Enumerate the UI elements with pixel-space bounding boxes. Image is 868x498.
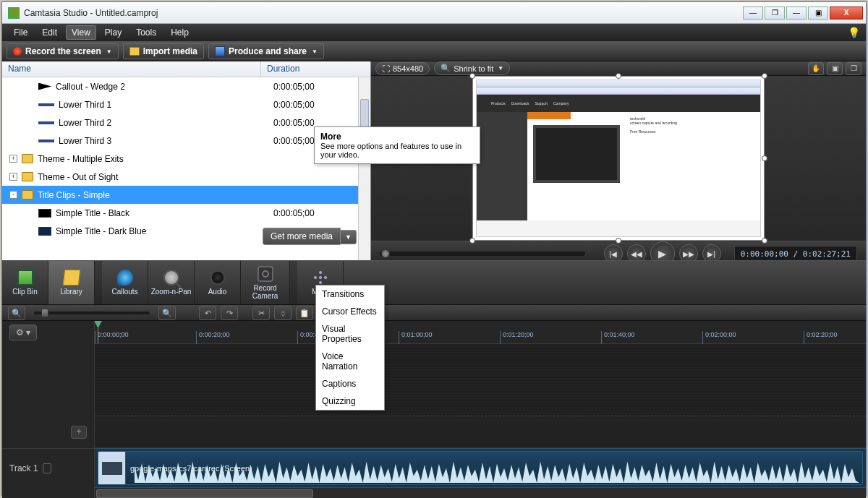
resize-handle[interactable] bbox=[469, 73, 475, 79]
split-button[interactable]: ⎀ bbox=[274, 306, 292, 320]
folder-icon bbox=[22, 172, 33, 181]
menu-help[interactable]: Help bbox=[165, 25, 195, 40]
minimize2-button[interactable]: — bbox=[786, 7, 807, 20]
ruler-mark: 0:01:20;00 bbox=[500, 331, 534, 344]
undo-button[interactable]: ↶ bbox=[199, 306, 216, 320]
cut-button[interactable]: ✂ bbox=[252, 306, 270, 320]
detach-button[interactable]: ❐ bbox=[846, 62, 861, 75]
tab-library[interactable]: Library bbox=[48, 261, 95, 304]
more-dropdown-menu: Transitions Cursor Effects Visual Proper… bbox=[315, 285, 385, 411]
record-screen-button[interactable]: Record the screen ▼ bbox=[7, 43, 119, 59]
menu-item-quizzing[interactable]: Quizzing bbox=[316, 392, 384, 410]
tab-callouts[interactable]: Callouts bbox=[102, 261, 148, 304]
minimize-button[interactable]: — bbox=[743, 7, 763, 20]
chevron-down-icon: ▼ bbox=[312, 48, 318, 55]
resize-handle[interactable] bbox=[616, 238, 621, 244]
timeline-settings-button[interactable]: ⚙ ▾ bbox=[9, 325, 37, 340]
timeline-empty-area[interactable] bbox=[95, 344, 866, 416]
resize-handle[interactable] bbox=[762, 73, 767, 79]
preview-canvas[interactable]: ProductsDownloadsSupportCompany techsmit… bbox=[472, 76, 765, 241]
folder-icon bbox=[22, 154, 33, 163]
app-icon bbox=[8, 7, 20, 19]
menu-play[interactable]: Play bbox=[99, 25, 127, 40]
list-item[interactable]: Callout - Wedge 20:00:05;00 bbox=[2, 77, 370, 95]
tab-audio[interactable]: Audio bbox=[195, 261, 241, 304]
zoom-out-button[interactable]: 🔍 bbox=[8, 306, 25, 320]
scrubber[interactable] bbox=[380, 252, 585, 256]
timeline-toolbar: 🔍 🔍 ↶ ↷ ✂ ⎀ 📋 📄 bbox=[2, 306, 866, 321]
lower-third-icon bbox=[38, 103, 54, 106]
clip-thumbnail bbox=[98, 452, 126, 484]
maximize-button[interactable]: ❐ bbox=[765, 7, 785, 20]
title-icon bbox=[38, 227, 51, 236]
resize-handle[interactable] bbox=[762, 155, 767, 161]
list-item[interactable]: +Theme - Out of Sight bbox=[2, 168, 370, 186]
menu-tools[interactable]: Tools bbox=[130, 25, 162, 40]
list-item[interactable]: Simple Title - Black0:00:05;00 bbox=[2, 204, 370, 222]
fullscreen-button[interactable]: ▣ bbox=[827, 62, 843, 75]
scrollbar-horizontal[interactable] bbox=[95, 487, 866, 498]
record-icon bbox=[13, 47, 22, 56]
timeline-clip[interactable]: google-maps-cs7.camrec (Screen) bbox=[98, 451, 863, 485]
redo-button[interactable]: ↷ bbox=[221, 306, 238, 320]
zoom-slider[interactable] bbox=[34, 312, 150, 314]
ruler-mark: 0:00:00;00 bbox=[95, 331, 129, 344]
restore-button[interactable]: ▣ bbox=[808, 7, 828, 20]
menu-item-cursor-effects[interactable]: Cursor Effects bbox=[316, 303, 384, 320]
column-duration[interactable]: Duration bbox=[261, 61, 370, 77]
ruler-mark: 0:02:20;00 bbox=[804, 331, 838, 344]
list-item-selected[interactable]: -Title Clips - Simple bbox=[2, 186, 370, 204]
main-toolbar: Record the screen ▼ Import media Produce… bbox=[2, 41, 866, 61]
dimensions-button[interactable]: ⛶854x480 bbox=[375, 62, 430, 75]
title-icon bbox=[38, 209, 51, 218]
preview-content: ProductsDownloadsSupportCompany techsmit… bbox=[476, 80, 761, 237]
zoom-slider-thumb[interactable] bbox=[41, 309, 48, 317]
menu-item-voice-narration[interactable]: Voice Narration bbox=[316, 348, 384, 375]
tab-clip-bin[interactable]: Clip Bin bbox=[2, 261, 48, 304]
track-row[interactable] bbox=[95, 416, 866, 448]
menu-item-transitions[interactable]: Transitions bbox=[316, 286, 384, 303]
clipbin-icon bbox=[17, 270, 33, 286]
tab-record-camera[interactable]: Record Camera bbox=[241, 261, 290, 304]
resize-handle[interactable] bbox=[616, 73, 621, 79]
resize-handle[interactable] bbox=[469, 238, 475, 244]
close-button[interactable]: X bbox=[830, 7, 863, 20]
menu-item-captions[interactable]: Captions bbox=[316, 375, 384, 392]
import-media-button[interactable]: Import media bbox=[123, 43, 204, 59]
copy-button[interactable]: 📋 bbox=[296, 306, 313, 320]
lock-icon[interactable] bbox=[43, 463, 51, 473]
produce-icon bbox=[215, 46, 225, 56]
ruler-mark: 0:02:00;00 bbox=[702, 331, 736, 344]
ruler-mark: 0:01:40;00 bbox=[601, 331, 635, 344]
help-icon[interactable]: 💡 bbox=[848, 27, 860, 38]
chevron-down-icon: ▼ bbox=[498, 65, 503, 72]
menu-item-visual-properties[interactable]: Visual Properties bbox=[316, 320, 384, 348]
track-row[interactable]: google-maps-cs7.camrec (Screen) bbox=[95, 448, 866, 487]
collapse-icon[interactable]: - bbox=[9, 191, 17, 199]
timeline-tracks[interactable]: 0:00:00;00 0:00:20;00 0:00:40;00 0:01:00… bbox=[95, 321, 866, 498]
more-icon bbox=[312, 270, 328, 286]
scrollbar-thumb[interactable] bbox=[96, 489, 313, 498]
track-label[interactable]: Track 1 bbox=[2, 448, 94, 487]
expand-icon[interactable]: + bbox=[9, 173, 17, 181]
pan-button[interactable]: ✋ bbox=[808, 62, 824, 75]
scrollbar-vertical[interactable] bbox=[358, 77, 370, 260]
scrubber-thumb[interactable] bbox=[381, 249, 390, 258]
zoom-in-button[interactable]: 🔍 bbox=[158, 306, 176, 320]
record-label: Record the screen bbox=[25, 46, 101, 56]
get-more-dropdown[interactable]: ▼ bbox=[341, 230, 357, 244]
tool-tabs: Clip Bin Library Callouts Zoom-n-Pan Aud… bbox=[2, 260, 866, 305]
produce-share-button[interactable]: Produce and share ▼ bbox=[208, 43, 324, 59]
produce-label: Produce and share bbox=[229, 46, 307, 56]
expand-icon[interactable]: + bbox=[9, 155, 17, 163]
add-track-button[interactable]: + bbox=[71, 426, 87, 439]
menu-edit[interactable]: Edit bbox=[36, 25, 63, 40]
get-more-media-button[interactable]: Get more media bbox=[263, 228, 341, 245]
menu-file[interactable]: File bbox=[8, 25, 33, 40]
column-name[interactable]: Name bbox=[2, 61, 261, 77]
timeline-ruler[interactable]: 0:00:00;00 0:00:20;00 0:00:40;00 0:01:00… bbox=[95, 321, 866, 344]
list-item[interactable]: Lower Third 10:00:05;00 bbox=[2, 95, 370, 113]
resize-handle[interactable] bbox=[762, 238, 767, 244]
menu-view[interactable]: View bbox=[66, 25, 96, 40]
tab-zoom-pan[interactable]: Zoom-n-Pan bbox=[148, 261, 195, 304]
